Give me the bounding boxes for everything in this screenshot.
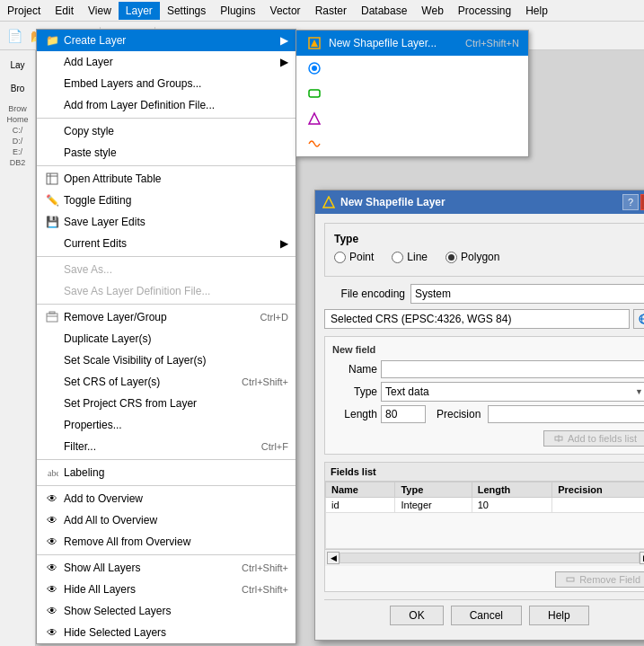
menu-raster[interactable]: Raster bbox=[308, 2, 354, 20]
menu-item-hide-selected[interactable]: 👁 Hide Selected Layers bbox=[37, 622, 296, 643]
menu-item-add-layer[interactable]: Add Layer ▶ bbox=[37, 51, 296, 73]
menu-item-copy-style[interactable]: Copy style bbox=[37, 120, 296, 142]
sidebar-c-label[interactable]: C:/ bbox=[13, 126, 23, 135]
remove-field-btn-wrapper: Remove Field bbox=[325, 566, 644, 591]
filter-shortcut: Ctrl+F bbox=[261, 441, 288, 452]
sidebar-db2-label[interactable]: DB2 bbox=[10, 158, 26, 167]
menu-plugins[interactable]: Plugins bbox=[213, 2, 262, 20]
menu-project[interactable]: Project bbox=[0, 2, 48, 20]
sidebar-home-label[interactable]: Home bbox=[6, 115, 28, 124]
file-encoding-select[interactable]: System bbox=[410, 284, 644, 304]
radio-point[interactable]: Point bbox=[334, 251, 374, 263]
submenu-new-temp-scratch[interactable]: New Temporary Scratch Layer... bbox=[296, 106, 528, 131]
radio-polygon[interactable]: Polygon bbox=[446, 251, 499, 263]
menu-layer[interactable]: Layer bbox=[119, 2, 160, 20]
menu-item-create-layer[interactable]: 📁 Create Layer ▶ New Shapefile Layer... … bbox=[37, 30, 296, 51]
separator-3 bbox=[37, 256, 296, 257]
ok-button[interactable]: OK bbox=[390, 606, 443, 625]
dialog-help-btn[interactable]: ? bbox=[622, 194, 639, 210]
menu-processing[interactable]: Processing bbox=[451, 2, 518, 20]
radio-line[interactable]: Line bbox=[392, 251, 428, 263]
dialog-titlebar: New Shapefile Layer ? ✕ bbox=[315, 190, 644, 214]
save-as-def-label: Save As Layer Definition File... bbox=[64, 285, 288, 297]
dialog-footer: OK Cancel Help bbox=[324, 599, 644, 631]
save-as-label: Save As... bbox=[64, 263, 288, 276]
menu-item-toggle-editing[interactable]: ✏️ Toggle Editing bbox=[37, 190, 296, 211]
toggle-editing-label: Toggle Editing bbox=[64, 194, 288, 207]
menu-item-add-from-def[interactable]: Add from Layer Definition File... bbox=[37, 94, 296, 116]
menu-item-save-as-def[interactable]: Save As Layer Definition File... bbox=[37, 280, 296, 302]
remove-field-btn[interactable]: Remove Field bbox=[555, 571, 644, 588]
add-layer-icon bbox=[44, 54, 60, 70]
help-button[interactable]: Help bbox=[529, 606, 589, 625]
menu-item-set-crs[interactable]: Set CRS of Layer(s) Ctrl+Shift+ bbox=[37, 371, 296, 393]
add-to-fields-btn[interactable]: Add to fields list bbox=[543, 430, 644, 447]
fields-list-title: Fields list bbox=[325, 463, 644, 482]
menu-item-remove-all-from-overview[interactable]: 👁 Remove All from Overview bbox=[37, 531, 296, 553]
menu-item-add-all-to-overview[interactable]: 👁 Add All to Overview bbox=[37, 509, 296, 531]
menu-item-save-layer-edits[interactable]: 💾 Save Layer Edits bbox=[37, 211, 296, 233]
menu-item-embed-layers[interactable]: Embed Layers and Groups... bbox=[37, 73, 296, 94]
crs-change-btn[interactable] bbox=[633, 309, 644, 329]
remove-layer-label: Remove Layer/Group bbox=[64, 311, 243, 323]
menu-database[interactable]: Database bbox=[354, 2, 414, 20]
table-empty-row bbox=[326, 513, 645, 549]
menu-item-add-to-overview[interactable]: 👁 Add to Overview bbox=[37, 488, 296, 509]
menu-item-set-scale[interactable]: Set Scale Visibility of Layer(s) bbox=[37, 350, 296, 371]
type-field-select[interactable]: Text data bbox=[381, 382, 644, 402]
submenu-new-geopackage[interactable]: New GeoPackage Layer... bbox=[296, 81, 528, 106]
menu-vector[interactable]: Vector bbox=[263, 2, 308, 20]
menu-edit[interactable]: Edit bbox=[48, 2, 81, 20]
paste-style-label: Paste style bbox=[64, 146, 288, 159]
sidebar-browse[interactable]: Bro bbox=[4, 77, 31, 99]
precision-input[interactable] bbox=[488, 405, 644, 423]
col-name: Name bbox=[326, 482, 395, 498]
menu-item-set-project-crs[interactable]: Set Project CRS from Layer bbox=[37, 393, 296, 414]
name-field-input[interactable] bbox=[381, 360, 644, 378]
menu-item-show-selected[interactable]: 👁 Show Selected Layers bbox=[37, 600, 296, 622]
menu-item-filter[interactable]: Filter... Ctrl+F bbox=[37, 436, 296, 457]
menu-item-save-as[interactable]: Save As... bbox=[37, 259, 296, 280]
sidebar-e-label[interactable]: E:/ bbox=[13, 147, 22, 156]
sidebar-layers[interactable]: Lay bbox=[4, 54, 31, 75]
menu-item-current-edits[interactable]: Current Edits ▶ bbox=[37, 233, 296, 254]
file-encoding-select-wrapper[interactable]: System bbox=[410, 284, 644, 304]
submenu-new-shapefile[interactable]: New Shapefile Layer... Ctrl+Shift+N bbox=[296, 31, 528, 56]
menu-settings[interactable]: Settings bbox=[160, 2, 213, 20]
h-scrollbar[interactable] bbox=[340, 553, 640, 563]
menu-item-properties[interactable]: Properties... bbox=[37, 414, 296, 436]
col-length: Length bbox=[472, 482, 552, 498]
file-encoding-label: File encoding bbox=[324, 288, 405, 300]
menu-help[interactable]: Help bbox=[518, 2, 555, 20]
scroll-left-btn[interactable]: ◀ bbox=[327, 552, 340, 564]
menu-item-remove-layer[interactable]: Remove Layer/Group Ctrl+D bbox=[37, 306, 296, 328]
menu-item-open-attr[interactable]: Open Attribute Table bbox=[37, 168, 296, 190]
submenu-create-gpx[interactable]: Create new GPX layer bbox=[296, 131, 528, 156]
menu-item-show-all-layers[interactable]: 👁 Show All Layers Ctrl+Shift+ bbox=[37, 557, 296, 579]
sidebar-d-label[interactable]: D:/ bbox=[13, 137, 23, 146]
menu-item-paste-style[interactable]: Paste style bbox=[37, 142, 296, 164]
add-from-def-label: Add from Layer Definition File... bbox=[64, 99, 288, 111]
crs-value: Selected CRS (EPSC:4326, WGS 84) bbox=[331, 313, 511, 325]
scroll-right-btn[interactable]: ▶ bbox=[640, 552, 644, 564]
add-all-to-overview-icon: 👁 bbox=[44, 512, 60, 528]
current-edits-icon bbox=[44, 235, 60, 252]
svg-rect-11 bbox=[49, 312, 55, 314]
menu-item-duplicate-layer[interactable]: Duplicate Layer(s) bbox=[37, 328, 296, 350]
paste-style-icon bbox=[44, 145, 60, 161]
properties-icon bbox=[44, 417, 60, 433]
menu-item-labeling[interactable]: abc Labeling bbox=[37, 462, 296, 483]
length-label: Length bbox=[332, 408, 377, 420]
menu-item-hide-all-layers[interactable]: 👁 Hide All Layers Ctrl+Shift+ bbox=[37, 579, 296, 600]
current-edits-label: Current Edits bbox=[64, 237, 277, 250]
table-row[interactable]: id Integer 10 bbox=[326, 498, 645, 513]
type-field-select-wrapper[interactable]: Text data bbox=[381, 382, 644, 402]
cancel-button[interactable]: Cancel bbox=[451, 606, 522, 625]
new-spatialite-label: New SpatiaLite Layer... bbox=[329, 62, 519, 75]
menu-web[interactable]: Web bbox=[414, 2, 450, 20]
length-input[interactable] bbox=[381, 405, 426, 423]
dialog-close-btn[interactable]: ✕ bbox=[640, 194, 644, 210]
menu-view[interactable]: View bbox=[81, 2, 119, 20]
submenu-new-spatialite[interactable]: New SpatiaLite Layer... bbox=[296, 56, 528, 81]
toolbar-new[interactable]: 📄 bbox=[4, 25, 25, 47]
